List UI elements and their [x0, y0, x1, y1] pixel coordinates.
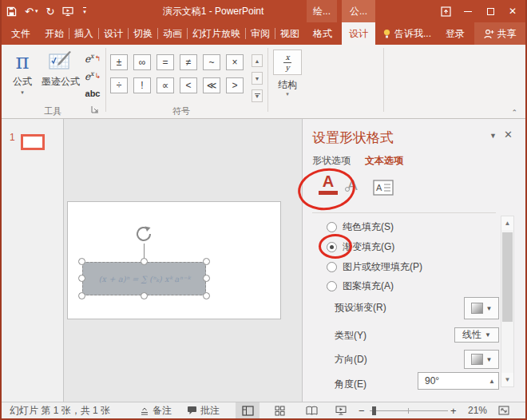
- save-button[interactable]: [6, 6, 17, 17]
- zoom-in-icon: +: [450, 405, 457, 417]
- symbol-button[interactable]: <: [180, 77, 197, 93]
- ink-equation-button[interactable]: 墨迹公式: [40, 51, 81, 89]
- symbol-button[interactable]: >: [226, 77, 244, 93]
- professional-icon: ex: [85, 53, 94, 65]
- tab-insert[interactable]: 插入: [69, 22, 98, 45]
- preset-gradient-dropdown[interactable]: ▼: [464, 297, 499, 319]
- symbols-scroll-down[interactable]: ▼: [252, 72, 263, 85]
- fill-option-pattern[interactable]: 图案填充(A): [327, 279, 394, 292]
- selection-handle-top-left[interactable]: [78, 258, 85, 265]
- tab-transitions[interactable]: 切换: [129, 22, 157, 45]
- zoom-level[interactable]: 21%: [468, 402, 487, 418]
- angle-spinner[interactable]: 90° ▲: [418, 372, 499, 390]
- notes-button[interactable]: 备注: [140, 402, 172, 418]
- comments-button[interactable]: 批注: [187, 402, 220, 418]
- slide-sorter-button[interactable]: [267, 402, 291, 418]
- normal-view-button[interactable]: [236, 402, 260, 418]
- minimize-button[interactable]: [457, 0, 479, 22]
- tab-format[interactable]: 格式: [307, 22, 338, 45]
- tab-file[interactable]: 文件: [2, 22, 40, 45]
- textbox-button[interactable]: A: [373, 180, 394, 196]
- selection-handle-bottom-right[interactable]: [203, 292, 210, 299]
- symbol-button[interactable]: ×: [226, 54, 244, 70]
- zoom-slider-thumb[interactable]: [372, 406, 376, 415]
- selection-handle-top-right[interactable]: [203, 258, 210, 265]
- zoom-out-button[interactable]: −: [359, 402, 365, 418]
- rotation-handle-icon[interactable]: [134, 224, 153, 244]
- symbol-button[interactable]: =: [157, 54, 174, 70]
- pane-scrollbar[interactable]: ▲ ▼: [501, 216, 514, 387]
- reading-view-button[interactable]: [299, 402, 323, 418]
- slide-thumbnail-selected[interactable]: [21, 134, 45, 150]
- dialog-launcher-icon[interactable]: [91, 105, 100, 114]
- radio-unselected-icon[interactable]: [327, 281, 337, 291]
- equation-button[interactable]: π 公式 ▾: [8, 50, 37, 96]
- direction-dropdown[interactable]: ▼: [464, 350, 499, 369]
- tab-design[interactable]: 设计: [99, 22, 128, 45]
- tab-equation-design-selected[interactable]: 设计: [342, 22, 375, 45]
- tab-view[interactable]: 视图: [275, 22, 304, 45]
- symbols-scroll-up[interactable]: ▲: [252, 54, 263, 67]
- ribbon-display-options-button[interactable]: [434, 0, 457, 22]
- title-bar: ↶▾ ↻ ▾ 演示文稿1 - PowerPoint 绘... 公... ✕: [2, 0, 525, 22]
- equation-textbox-selected[interactable]: (x + a)ⁿ = ∑ (ⁿₖ) xᵏ aⁿ⁻ᵏ: [82, 262, 206, 295]
- share-button[interactable]: 共享: [474, 22, 525, 45]
- symbol-button[interactable]: ≪: [203, 77, 220, 93]
- contextual-tab-equation-tools[interactable]: 公...: [342, 0, 375, 22]
- scrollbar-thumb[interactable]: [502, 232, 513, 322]
- selection-handle-bottom-left[interactable]: [78, 292, 85, 299]
- scrollbar-up-icon[interactable]: ▲: [501, 216, 513, 230]
- pane-dropdown-icon[interactable]: ▼: [489, 132, 497, 140]
- scrollbar-down-icon[interactable]: ▼: [501, 373, 513, 386]
- quick-access-toolbar: ↶▾ ↻ ▾: [6, 0, 86, 22]
- symbol-button[interactable]: !: [133, 77, 151, 93]
- spinner-up-icon[interactable]: ▲: [489, 378, 495, 385]
- normal-text-button[interactable]: abc: [82, 85, 103, 101]
- tell-me-box[interactable]: 告诉我...: [382, 22, 431, 45]
- professional-button[interactable]: ex↰: [82, 50, 103, 66]
- fill-option-solid[interactable]: 纯色填充(S): [327, 220, 394, 233]
- pane-tab-text-options[interactable]: 文本选项: [365, 154, 403, 168]
- start-slideshow-button[interactable]: [62, 6, 73, 17]
- type-dropdown[interactable]: 线性 ▼: [454, 327, 499, 343]
- chevron-down-icon: ▼: [486, 305, 493, 312]
- zoom-slider-track[interactable]: [370, 410, 448, 411]
- symbol-button[interactable]: ∝: [157, 77, 174, 93]
- fill-option-picture[interactable]: 图片或纹理填充(P): [327, 260, 422, 273]
- pane-close-icon[interactable]: ✕: [504, 129, 513, 141]
- selection-handle-mid-left[interactable]: [78, 275, 85, 282]
- selection-handle-mid-right[interactable]: [203, 275, 210, 282]
- redo-button[interactable]: ↻: [46, 6, 54, 18]
- close-button[interactable]: ✕: [501, 0, 524, 22]
- customize-qat-button[interactable]: ▾: [81, 7, 86, 15]
- fill-option-label: 纯色填充(S): [343, 220, 394, 234]
- selection-handle-bottom-center[interactable]: [141, 292, 148, 299]
- slideshow-view-button[interactable]: [329, 402, 353, 418]
- undo-button[interactable]: ↶▾: [25, 6, 38, 18]
- symbol-button[interactable]: ≠: [180, 54, 197, 70]
- normal-view-icon: [242, 406, 254, 416]
- linear-button[interactable]: ex↳: [82, 68, 103, 84]
- symbol-button[interactable]: ~: [203, 54, 220, 70]
- undo-dropdown-icon[interactable]: ▾: [35, 8, 38, 14]
- maximize-button[interactable]: [479, 0, 501, 22]
- sign-in-button[interactable]: 登录: [446, 22, 465, 45]
- structures-button[interactable]: x y: [273, 50, 302, 75]
- tab-review[interactable]: 审阅: [246, 22, 275, 45]
- radio-unselected-icon[interactable]: [327, 222, 337, 232]
- symbol-button[interactable]: ÷: [110, 77, 128, 93]
- collapse-ribbon-icon[interactable]: ⌃: [511, 109, 517, 117]
- zoom-in-button[interactable]: +: [450, 402, 457, 418]
- tab-animations[interactable]: 动画: [158, 22, 187, 45]
- symbol-button[interactable]: ∞: [133, 54, 151, 70]
- radio-unselected-icon[interactable]: [327, 262, 337, 272]
- symbol-button[interactable]: ±: [110, 54, 128, 70]
- symbols-more-button[interactable]: ▼: [252, 89, 263, 102]
- fit-slide-button[interactable]: [492, 402, 516, 418]
- slide[interactable]: [67, 201, 281, 319]
- selection-handle-top-center[interactable]: [141, 258, 148, 265]
- tab-home[interactable]: 开始: [40, 22, 69, 45]
- contextual-tab-drawing-tools[interactable]: 绘...: [307, 0, 337, 22]
- tab-slideshow[interactable]: 幻灯片放映: [188, 22, 245, 45]
- pane-tab-shape-options[interactable]: 形状选项: [312, 154, 351, 168]
